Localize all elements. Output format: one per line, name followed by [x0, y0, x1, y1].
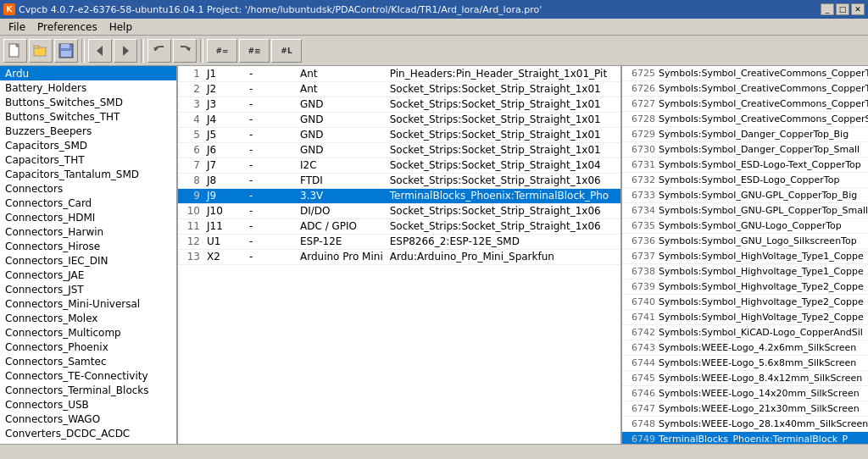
table-row[interactable]: 1 J1 - Ant Pin_Headers:Pin_Header_Straig…: [178, 66, 620, 81]
right-row-label: TerminalBlocks_Phoenix:TerminalBlock_P: [659, 434, 848, 444]
right-panel-item[interactable]: 6727Symbols:Symbol_CreativeCommons_Coppe…: [622, 97, 868, 112]
table-row[interactable]: 8 J8 - FTDI Socket_Strips:Socket_Strip_S…: [178, 173, 620, 188]
sidebar-item-connectors-wago[interactable]: Connectors_WAGO: [0, 412, 176, 426]
sidebar-item-connectors-jae[interactable]: Connectors_JAE: [0, 268, 176, 282]
toolbar-btn-new[interactable]: [3, 39, 27, 63]
right-row-num: 6740: [626, 296, 655, 307]
row-fp: Ardu:Arduino_Pro_Mini_Sparkfun: [387, 249, 620, 264]
table-row[interactable]: 7 J7 - I2C Socket_Strips:Socket_Strip_St…: [178, 158, 620, 173]
row-num: 2: [178, 81, 203, 97]
sidebar-item-connectors-harwin[interactable]: Connectors_Harwin: [0, 224, 176, 239]
sidebar-item-converters-dcdc-acdc[interactable]: Converters_DCDC_ACDC: [0, 426, 176, 440]
right-panel-item[interactable]: 6744Symbols:WEEE-Logo_5.6x8mm_SilkScreen: [622, 356, 868, 371]
sidebar-item-buttons-switches-smd[interactable]: Buttons_Switches_SMD: [0, 95, 176, 109]
menu-preferences[interactable]: Preferences: [32, 19, 103, 36]
toolbar-btn-redo[interactable]: [173, 39, 197, 63]
toolbar-btn-filter1[interactable]: #=: [207, 39, 237, 63]
right-panel-item[interactable]: 6741Symbols:Symbol_HighVoltage_Type2_Cop…: [622, 310, 868, 325]
right-panel-item[interactable]: 6725Symbols:Symbol_CreativeCommons_Coppe…: [622, 66, 868, 81]
sidebar-item-connectors-terminal-blocks[interactable]: Connectors_Terminal_Blocks: [0, 383, 176, 397]
sidebar-item-connectors-hirose[interactable]: Connectors_Hirose: [0, 239, 176, 253]
menu-file[interactable]: File: [3, 19, 31, 36]
sidebar-item-connectors-phoenix[interactable]: Connectors_Phoenix: [0, 340, 176, 354]
table-row[interactable]: 2 J2 - Ant Socket_Strips:Socket_Strip_St…: [178, 81, 620, 97]
sidebar-item-buttons-switches-tht[interactable]: Buttons_Switches_THT: [0, 109, 176, 124]
right-row-label: Symbols:Symbol_ESD-Logo-Text_CopperTop: [659, 159, 861, 170]
toolbar-btn-save[interactable]: [54, 39, 78, 63]
right-row-num: 6737: [626, 251, 655, 262]
table-row[interactable]: 9 J9 - 3.3V TerminalBlocks_Phoenix:Termi…: [178, 188, 620, 203]
right-panel-item[interactable]: 6726Symbols:Symbol_CreativeCommons_Coppe…: [622, 81, 868, 97]
row-fp: Socket_Strips:Socket_Strip_Straight_1x01: [387, 112, 620, 127]
right-panel-item[interactable]: 6728Symbols:Symbol_CreativeCommons_Coppe…: [622, 112, 868, 127]
sidebar-item-connectors-multicomp[interactable]: Connectors_Multicomp: [0, 325, 176, 340]
table-row[interactable]: 10 J10 - DI/DO Socket_Strips:Socket_Stri…: [178, 203, 620, 218]
table-row[interactable]: 6 J6 - GND Socket_Strips:Socket_Strip_St…: [178, 142, 620, 158]
right-panel-item[interactable]: 6733Symbols:Symbol_GNU-GPL_CopperTop_Big: [622, 188, 868, 203]
minimize-button[interactable]: _: [821, 3, 834, 15]
sidebar-item-capacitors-tht[interactable]: Capacitors_THT: [0, 152, 176, 167]
sidebar-item-battery-holders[interactable]: Battery_Holders: [0, 80, 176, 95]
table-row[interactable]: 5 J5 - GND Socket_Strips:Socket_Strip_St…: [178, 127, 620, 142]
table-row[interactable]: 4 J4 - GND Socket_Strips:Socket_Strip_St…: [178, 112, 620, 127]
right-panel-item[interactable]: 6729Symbols:Symbol_Danger_CopperTop_Big: [622, 127, 868, 142]
sidebar-item-connectors-iec-din[interactable]: Connectors_IEC_DIN: [0, 253, 176, 268]
toolbar-btn-filter2[interactable]: #≡: [239, 39, 270, 63]
right-panel-item[interactable]: 6742Symbols:Symbol_KiCAD-Logo_CopperAndS…: [622, 325, 868, 340]
right-panel-item[interactable]: 6745Symbols:WEEE-Logo_8.4x12mm_SilkScree…: [622, 371, 868, 386]
right-panel-item[interactable]: 6746Symbols:WEEE-Logo_14x20mm_SilkScreen: [622, 386, 868, 401]
sidebar-item-connectors-samtec[interactable]: Connectors_Samtec: [0, 354, 176, 368]
sidebar-item-connectors-molex[interactable]: Connectors_Molex: [0, 311, 176, 325]
toolbar-btn-open[interactable]: [29, 39, 53, 63]
row-num: 7: [178, 158, 203, 173]
row-fp: Socket_Strips:Socket_Strip_Straight_1x01: [387, 81, 620, 97]
sidebar-item-buzzers-beepers[interactable]: Buzzers_Beepers: [0, 124, 176, 138]
right-panel-item[interactable]: 6735Symbols:Symbol_GNU-Logo_CopperTop: [622, 218, 868, 234]
right-panel-item[interactable]: 6737Symbols:Symbol_HighVoltage_Type1_Cop…: [622, 249, 868, 264]
sidebar-item-ardu[interactable]: Ardu: [0, 66, 176, 80]
toolbar-btn-undo[interactable]: [147, 39, 171, 63]
toolbar-btn-forward[interactable]: [114, 39, 137, 63]
right-row-label: Symbols:WEEE-Logo_14x20mm_SilkScreen: [659, 388, 860, 399]
row-ref: J2: [203, 81, 246, 97]
right-panel-item[interactable]: 6740Symbols:Symbol_Highvoltage_Type2_Cop…: [622, 295, 868, 310]
right-panel-item[interactable]: 6747Symbols:WEEE-Logo_21x30mm_SilkScreen: [622, 401, 868, 417]
menu-bar: File Preferences Help: [0, 19, 868, 36]
right-panel-item[interactable]: 6730Symbols:Symbol_Danger_CopperTop_Smal…: [622, 142, 868, 158]
sidebar-item-connectors-jst[interactable]: Connectors_JST: [0, 282, 176, 296]
right-panel-item[interactable]: 6748Symbols:WEEE-Logo_28.1x40mm_SilkScre…: [622, 417, 868, 432]
redo-icon: [177, 43, 192, 58]
menu-help[interactable]: Help: [104, 19, 137, 36]
right-panel-item[interactable]: 6743Symbols:WEEE-Logo_4.2x6mm_SilkScreen: [622, 340, 868, 356]
right-panel-item[interactable]: 6731Symbols:Symbol_ESD-Logo-Text_CopperT…: [622, 158, 868, 173]
sidebar-item-connectors-hdmi[interactable]: Connectors_HDMI: [0, 210, 176, 224]
sidebar-item-connectors-usb[interactable]: Connectors_USB: [0, 397, 176, 412]
right-panel-item[interactable]: 6736Symbols:Symbol_GNU_Logo_SilkscreenTo…: [622, 234, 868, 249]
right-panel-item[interactable]: 6732Symbols:Symbol_ESD-Logo_CopperTop: [622, 173, 868, 188]
sidebar-item-connectors-card[interactable]: Connectors_Card: [0, 196, 176, 210]
toolbar-btn-back[interactable]: [88, 39, 112, 63]
sidebar-item-capacitors-tantalum-smd[interactable]: Capacitors_Tantalum_SMD: [0, 167, 176, 181]
sidebar-item-capacitors-smd[interactable]: Capacitors_SMD: [0, 138, 176, 152]
table-row[interactable]: 12 U1 - ESP-12E ESP8266_2:ESP-12E_SMD: [178, 234, 620, 249]
row-val: -: [246, 173, 297, 188]
component-list-scroll[interactable]: 1 J1 - Ant Pin_Headers:Pin_Header_Straig…: [178, 66, 620, 444]
table-row[interactable]: 3 J3 - GND Socket_Strips:Socket_Strip_St…: [178, 97, 620, 112]
toolbar-btn-filter3[interactable]: #L: [271, 39, 302, 63]
right-row-num: 6739: [626, 281, 655, 292]
sidebar-item-connectors[interactable]: Connectors: [0, 181, 176, 196]
right-panel-item[interactable]: 6739Symbols:Symbol_Highvoltage_Type2_Cop…: [622, 279, 868, 295]
right-row-num: 6744: [626, 357, 655, 368]
sidebar-item-connectors-te-connectivity[interactable]: Connectors_TE-Connectivity: [0, 368, 176, 383]
maximize-button[interactable]: □: [836, 3, 849, 15]
right-panel-item[interactable]: 6749TerminalBlocks_Phoenix:TerminalBlock…: [622, 432, 868, 444]
sidebar-item-connectors-mini-universal[interactable]: Connectors_Mini-Universal: [0, 296, 176, 311]
right-panel-item[interactable]: 6738Symbols:Symbol_Highvoltage_Type1_Cop…: [622, 264, 868, 279]
right-row-num: 6747: [626, 403, 655, 414]
row-net: FTDI: [297, 173, 387, 188]
right-panel-item[interactable]: 6734Symbols:Symbol_GNU-GPL_CopperTop_Sma…: [622, 203, 868, 218]
row-fp: Pin_Headers:Pin_Header_Straight_1x01_Pit: [387, 66, 620, 81]
table-row[interactable]: 13 X2 - Arduino Pro Mini Ardu:Arduino_Pr…: [178, 249, 620, 264]
close-button[interactable]: ✕: [851, 3, 865, 15]
table-row[interactable]: 11 J11 - ADC / GPIO Socket_Strips:Socket…: [178, 218, 620, 234]
